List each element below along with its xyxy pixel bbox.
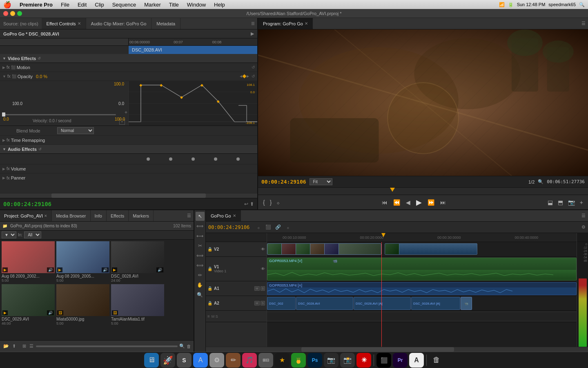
tool-hand[interactable]: ✋ [196,280,205,289]
ec-vel-add-btn[interactable]: + [125,110,127,115]
dock-squares[interactable]: ⊞⊟ [258,353,273,368]
dock-terminal[interactable]: ⬛ [376,353,391,368]
tl-btn-markers[interactable]: ⬦ [284,223,292,231]
clip-v2-2[interactable] [385,243,477,255]
track-mute-a1[interactable]: M [254,286,260,291]
dock-camera360[interactable]: 📷 [324,353,339,368]
tab-project-close[interactable]: ✕ [44,214,47,218]
ec-motion-reset[interactable]: ↺ [252,65,255,70]
ec-reset-icon[interactable]: ↺ [38,56,41,61]
ec-opacity-kf-add[interactable] [243,74,247,79]
effect-controls-panel-menu[interactable]: ☰ [249,18,257,29]
tab-project[interactable]: Project: GoPro_AVI ✕ [0,210,52,221]
pbb-search[interactable]: 🔍 [179,343,185,349]
clip-a1[interactable]: GOPR0053.MP4 [A] [267,282,577,295]
pbb-icon-view[interactable]: ⊞ [22,343,27,350]
app-name[interactable]: Premiere Pro [18,2,54,8]
menu-help[interactable]: Help [212,2,227,8]
pm-timecode[interactable]: 00:00:24:29106 [261,179,306,185]
pm-btn-overwrite[interactable]: ⬒ [556,198,565,206]
list-item[interactable]: ▶ 🔊 DSC_0028.AVI 24:00 [111,241,164,283]
ec-opacity-value[interactable]: 0.0 % [36,74,47,79]
ec-opacity-expand[interactable]: ▼ [2,74,6,79]
pm-btn-mark-out[interactable]: } [268,198,274,206]
menu-bar-search[interactable]: 🔍 [579,2,585,7]
tab-effect-controls[interactable]: Effect Controls ✕ [42,18,86,29]
dock-svn[interactable]: ✏ [226,353,241,368]
track-lock-a2[interactable]: 🔒 [207,301,212,305]
window-maximize[interactable] [17,11,22,16]
menu-window[interactable]: Window [185,2,207,8]
pbb-zoom-slider[interactable] [36,346,178,347]
tool-select[interactable]: ↖ [196,212,205,221]
tool-zoom[interactable]: 🔍 [196,290,205,299]
pbb-new-bin[interactable]: 📂 [2,343,10,350]
list-item[interactable]: ▶ 🔊 DSC_0029.AVI 46:00 [2,284,55,325]
dock-system[interactable]: S [177,353,192,368]
pm-btn-export-frame[interactable]: 📷 [566,198,577,206]
pm-btn-step-fwd[interactable]: ⏩ [426,198,436,206]
apple-menu[interactable]: 🍎 [3,1,11,9]
tab-info[interactable]: Info [91,210,107,221]
tool-rate-stretch[interactable]: ⟷ [196,231,205,240]
ec-btn-export[interactable]: ⬆ [250,201,254,207]
tab-effects[interactable]: Effects [107,210,129,221]
track-lock-a1[interactable]: 🔒 [207,286,212,291]
pm-ruler[interactable] [258,187,588,195]
clip-a2-seg-4[interactable]: DSC_0028.AVI [A] [411,297,460,310]
tab-source[interactable]: Source: (no clips) [0,18,42,29]
tool-pen[interactable]: ✏ [196,271,205,280]
dock-rocket[interactable]: 🚀 [160,353,175,368]
pbb-new-item[interactable]: ⬆ [11,343,17,350]
dock-trash[interactable]: 🗑 [429,353,444,368]
pm-btn-mark-in[interactable]: { [261,198,267,206]
clip-a2-seg-3[interactable]: DSC_0028.AVI [A] [354,297,411,310]
list-item[interactable]: ▶ 🔊 Aug 08 2009_2005... 5:00 [56,241,109,283]
dock-itunes[interactable]: 🎵 [242,353,257,368]
pm-tab-program[interactable]: Program: GoPro Go ✕ [258,18,313,29]
menu-marker[interactable]: Marker [143,2,162,8]
pm-btn-go-end[interactable]: ⏭ [439,198,448,206]
dock-photo-raw[interactable]: 📸 [340,353,355,368]
ec-btn-loop[interactable]: ↩ [244,201,248,207]
ec-ruler-right[interactable]: 00:06:00000 00:07 00:08 [129,38,257,45]
project-in-all[interactable]: All [24,231,41,238]
pm-zoom-icon[interactable]: 🔍 [538,179,543,184]
tl-ruler-area[interactable]: 00:00:10:0000 00:00:20:0000 00:00:30:000… [267,233,577,242]
tool-slide[interactable]: ⟺ [196,261,205,270]
clip-a2-seg-2[interactable]: DSC_0028.AVI [296,297,353,310]
ec-blend-mode-select[interactable]: Normal Dissolve Multiply Screen [57,127,94,134]
tl-timecode[interactable]: 00:00:24:29106 [208,224,249,230]
menu-title[interactable]: Title [167,2,180,8]
dock-finder[interactable]: 🖥 [144,353,159,368]
clip-a2-seg-1[interactable]: DSC_002 [267,297,296,310]
dock-acrobat[interactable]: ✳ [356,353,371,368]
ec-pan-expand[interactable]: ▶ [2,176,5,180]
pm-btn-go-start[interactable]: ⏮ [380,198,389,206]
ec-expand-btn[interactable]: ▶ [251,31,254,36]
ec-scrollbar-thumb[interactable] [51,193,206,198]
tl-scroll-thumb[interactable] [301,347,454,352]
tab-audio-clip-mixer[interactable]: Audio Clip Mixer: GoPro Go [86,18,152,29]
ec-audio-reset[interactable]: ↺ [38,147,42,151]
track-solo-a2[interactable]: S [261,301,265,305]
track-mute-a2[interactable]: M [254,301,260,305]
ec-scrollbar[interactable] [0,193,257,198]
dock-appstore[interactable]: A [193,353,208,368]
dock-prefs[interactable]: ⚙ [209,353,224,368]
track-vis-v1[interactable]: 👁 [261,267,265,271]
ec-opacity-kf-next[interactable]: ▶ [247,74,249,78]
clip-v2[interactable] [267,243,381,255]
window-minimize[interactable] [10,11,15,16]
tab-media-browser[interactable]: Media Browser [52,210,90,221]
tl-btn-linked[interactable]: 🔗 [274,223,282,231]
pm-btn-insert[interactable]: ⬓ [546,198,555,206]
menu-edit[interactable]: Edit [76,2,88,8]
dock-fontbook[interactable]: A [409,353,424,368]
pm-panel-menu[interactable]: ☰ [579,18,588,29]
pm-tab-close[interactable]: ✕ [305,21,308,26]
tab-metadata[interactable]: Metadata [151,18,180,29]
timeline-scrollbar[interactable] [206,347,588,352]
tl-settings[interactable]: ⚙ [581,224,586,230]
pbb-trash[interactable]: 🗑 [187,344,191,349]
